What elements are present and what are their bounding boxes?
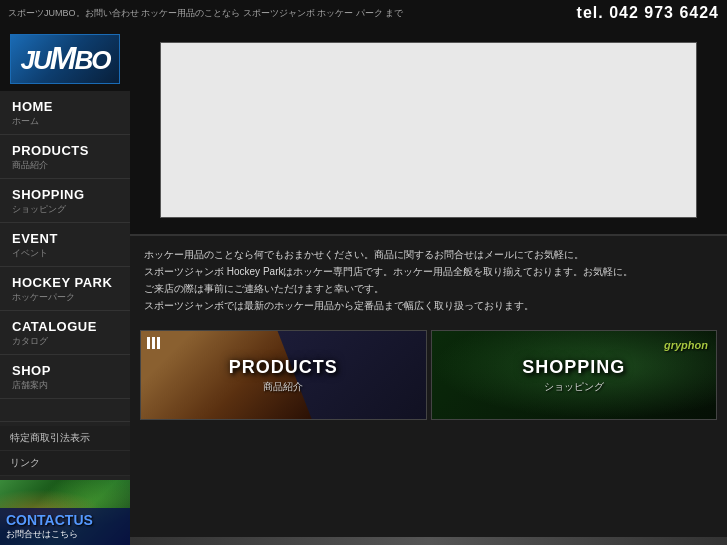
logo-area: JUMBo [0, 26, 130, 91]
content-area: ホッケー用品のことなら何でもおまかせください。商品に関するお問合せはメールにてお… [130, 26, 727, 545]
nav-products-jp: 商品紹介 [12, 159, 118, 172]
nav-item-products[interactable]: PRODUCTS 商品紹介 [0, 135, 130, 179]
products-label-jp: 商品紹介 [229, 380, 338, 394]
banner-products[interactable]: PRODUCTS 商品紹介 [140, 330, 427, 420]
nav-catalogue-en: CATALOGUE [12, 319, 118, 334]
nav-home-jp: ホーム [12, 115, 118, 128]
nav-shop-en: SHOP [12, 363, 118, 378]
adidas-stripe-1 [147, 337, 150, 349]
nav-products-en: PRODUCTS [12, 143, 118, 158]
nav-shop-jp: 店舗案内 [12, 379, 118, 392]
logo-box[interactable]: JUMBo [10, 34, 120, 84]
tel-number: 042 973 6424 [609, 4, 719, 21]
banner-row: PRODUCTS 商品紹介 gryphon SHOPPING ショッピング [130, 322, 727, 426]
sidebar-links: 特定商取引法表示 リンク [0, 421, 130, 480]
products-label-en: PRODUCTS [229, 357, 338, 378]
nav-hockey-park-en: HOCKEY PARK [12, 275, 118, 290]
main-layout: JUMBo HOME ホーム PRODUCTS 商品紹介 SHOPPING ショ… [0, 26, 727, 545]
body-line-4: スポーツジャンボでは最新のホッケー用品から定番品まで幅広く取り扱っております。 [144, 297, 713, 314]
shopping-label-block: SHOPPING ショッピング [522, 357, 625, 394]
sidebar-link-link[interactable]: リンク [0, 451, 130, 476]
text-section: ホッケー用品のことなら何でもおまかせください。商品に関するお問合せはメールにてお… [130, 236, 727, 320]
nav-event-jp: イベント [12, 247, 118, 260]
logo-text: JUMBo [21, 40, 110, 77]
top-bar-description: スポーツJUMBO。お問い合わせ ホッケー用品のことなら スポーツジャンボ ホッ… [8, 7, 577, 20]
gryphon-logo: gryphon [664, 339, 708, 351]
nav-items: HOME ホーム PRODUCTS 商品紹介 SHOPPING ショッピング E… [0, 91, 130, 421]
contact-banner[interactable]: CONTACTUS お問合せはこちら [0, 480, 130, 545]
nav-item-shop[interactable]: SHOP 店舗案内 [0, 355, 130, 399]
contact-main-text: CONTACTUS [6, 512, 124, 528]
adidas-stripe-3 [157, 337, 160, 349]
banner-shopping[interactable]: gryphon SHOPPING ショッピング [431, 330, 718, 420]
contact-overlay: CONTACTUS お問合せはこちら [0, 508, 130, 545]
bottom-stripe [130, 537, 727, 545]
nav-home-en: HOME [12, 99, 118, 114]
sidebar: JUMBo HOME ホーム PRODUCTS 商品紹介 SHOPPING ショ… [0, 26, 130, 545]
hero-section [130, 26, 727, 236]
hero-image [160, 42, 697, 219]
body-line-1: ホッケー用品のことなら何でもおまかせください。商品に関するお問合せはメールにてお… [144, 246, 713, 263]
nav-item-hockey-park[interactable]: HOCKEY PARK ホッケーパーク [0, 267, 130, 311]
nav-item-shopping[interactable]: SHOPPING ショッピング [0, 179, 130, 223]
nav-shopping-en: SHOPPING [12, 187, 118, 202]
sidebar-link-tokutei[interactable]: 特定商取引法表示 [0, 426, 130, 451]
nav-item-event[interactable]: EVENT イベント [0, 223, 130, 267]
nav-item-catalogue[interactable]: CATALOGUE カタログ [0, 311, 130, 355]
top-bar-tel: tel. 042 973 6424 [577, 4, 719, 22]
body-line-3: ご来店の際は事前にご連絡いただけますと幸いです。 [144, 280, 713, 297]
products-label-block: PRODUCTS 商品紹介 [229, 357, 338, 394]
contact-sub-text: お問合せはこちら [6, 528, 124, 541]
nav-hockey-park-jp: ホッケーパーク [12, 291, 118, 304]
body-line-2: スポーツジャンボ Hockey Parkはホッケー専門店です。ホッケー用品全般を… [144, 263, 713, 280]
top-bar: スポーツJUMBO。お問い合わせ ホッケー用品のことなら スポーツジャンボ ホッ… [0, 0, 727, 26]
nav-catalogue-jp: カタログ [12, 335, 118, 348]
tel-label: tel. [577, 4, 604, 21]
adidas-stripe-2 [152, 337, 155, 349]
adidas-logo [147, 337, 160, 349]
nav-event-en: EVENT [12, 231, 118, 246]
nav-item-home[interactable]: HOME ホーム [0, 91, 130, 135]
nav-shopping-jp: ショッピング [12, 203, 118, 216]
shopping-label-jp: ショッピング [522, 380, 625, 394]
shopping-label-en: SHOPPING [522, 357, 625, 378]
